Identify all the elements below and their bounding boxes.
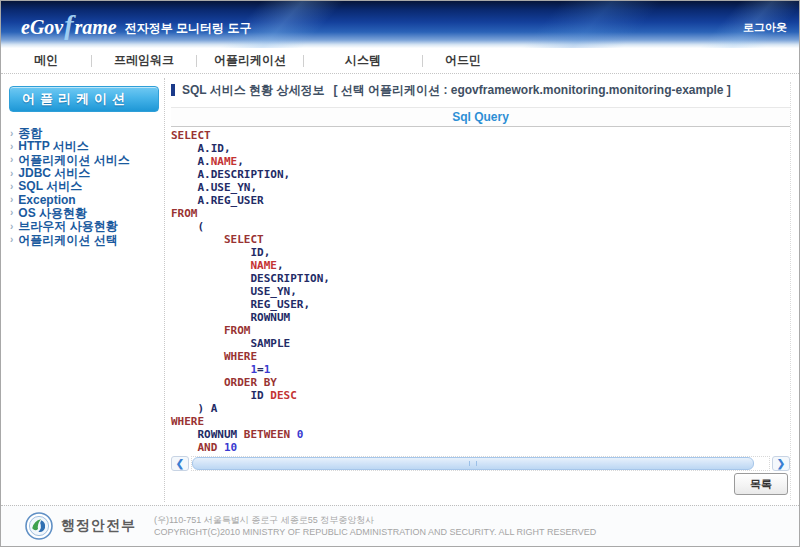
selected-application-label: [ 선택 어플리케이션 : egovframework.monitoring.m… [333,82,730,99]
horizontal-scrollbar: ❮ ❯ [171,456,790,471]
bullet-arrow-icon: › [10,155,13,165]
sql-token [171,363,250,376]
sql-token: ) A [171,402,217,415]
sql-token: USE_YN, [171,285,297,298]
sql-code-line: 1=1 [171,363,790,376]
nav-tab-5[interactable]: 어드민 [423,52,503,69]
sql-token: A.USE_YN, [171,181,257,194]
nav-tab-2[interactable]: 프레임워크 [92,52,196,69]
top-header: eGovframe 전자정부 모니터링 도구 로그아웃 [1,1,799,48]
sidebar-title[interactable]: 어플리케이션 [9,86,159,112]
sql-code-line: FROM [171,207,790,220]
sql-token: , [277,259,284,272]
sql-token: FROM [171,207,198,220]
sql-code-line: A.NAME, [171,155,790,168]
sql-token [171,324,224,337]
sql-code-line: REG_USER, [171,298,790,311]
scroll-left-icon[interactable]: ❮ [171,456,189,471]
sql-token [217,441,224,454]
logout-button[interactable]: 로그아웃 [743,20,787,35]
sidebar: 어플리케이션 ›종합›HTTP 서비스›어플리케이션 서비스›JDBC 서비스›… [9,86,159,247]
sql-code-line: ROWNUM BETWEEN 0 [171,428,790,441]
page-title: SQL 서비스 현황 상세정보 [182,82,324,99]
sql-token [171,233,224,246]
sql-token: NAME [250,259,277,272]
page-title-row: SQL 서비스 현황 상세정보 [ 선택 어플리케이션 : egovframew… [171,82,790,98]
nav-tab-4[interactable]: 시스템 [304,52,422,69]
nav-tab-1[interactable]: 메인 [1,52,91,69]
sql-token: SELECT [171,129,211,142]
sql-query-code: SELECT A.ID, A.NAME, A.DESCRIPTION, A.US… [171,129,790,454]
bullet-arrow-icon: › [10,129,13,139]
bullet-arrow-icon: › [10,208,13,218]
bullet-arrow-icon: › [10,235,13,245]
sql-token: ID [171,389,270,402]
sidebar-item-9[interactable]: ›어플리케이션 선택 [10,233,159,246]
footer-copyright: COPYRIGHT(C)2010 MINISTRY OF REPUBLIC AD… [154,526,596,538]
bullet-arrow-icon: › [10,169,13,179]
sql-token: A.ID, [171,142,231,155]
sql-token: SELECT [224,233,264,246]
sql-token: , [237,155,244,168]
logo-text-rame: rame [75,16,117,39]
content-area: 어플리케이션 ›종합›HTTP 서비스›어플리케이션 서비스›JDBC 서비스›… [1,74,799,504]
sql-token: A.REG_USER [171,194,264,207]
bullet-arrow-icon: › [10,182,13,192]
sql-token: DESCRIPTION, [171,272,330,285]
sql-code-line: A.USE_YN, [171,181,790,194]
sql-token: A. [171,155,211,168]
sql-code-line: AND 10 [171,441,790,454]
sql-code-line: FROM [171,324,790,337]
app-window: eGovframe 전자정부 모니터링 도구 로그아웃 메인프레임워크어플리케이… [0,0,800,547]
sql-token [171,350,224,363]
sql-token: ( [171,220,204,233]
sql-token: AND [198,441,218,454]
scroll-right-icon[interactable]: ❯ [772,456,790,471]
sql-code-line: USE_YN, [171,285,790,298]
sql-token [171,441,198,454]
sidebar-item-5[interactable]: ›SQL 서비스 [10,180,159,193]
sql-code-line: WHERE [171,350,790,363]
sql-token: 1 [264,363,271,376]
sql-token: BETWEEN [244,428,290,441]
sidebar-divider [164,78,165,502]
sql-token: = [257,363,264,376]
title-bar-icon [171,84,175,96]
sql-code-line: ( [171,220,790,233]
sql-token: WHERE [224,350,257,363]
sql-token: NAME [211,155,238,168]
sql-code-line: NAME, [171,259,790,272]
scrollbar-thumb[interactable] [192,457,754,470]
egovframe-logo[interactable]: eGovframe 전자정부 모니터링 도구 [21,9,251,41]
sql-token: 10 [224,441,237,454]
sql-code-line: WHERE [171,415,790,428]
ministry-name: 행정안전부 [61,517,136,535]
main-panel: SQL 서비스 현황 상세정보 [ 선택 어플리케이션 : egovframew… [171,82,791,500]
scrollbar-track[interactable] [191,456,770,471]
sql-code-line: ROWNUM [171,311,790,324]
sql-token: DESC [270,389,297,402]
footer-address: (우)110-751 서울특별시 종로구 세종로55 정부중앙청사 COPYRI… [154,514,596,538]
sql-code-line: SELECT [171,233,790,246]
scrollbar-grip [469,461,477,466]
sidebar-menu: ›종합›HTTP 서비스›어플리케이션 서비스›JDBC 서비스›SQL 서비스… [9,127,159,247]
sql-token: ROWNUM [171,428,244,441]
ministry-brand: 행정안전부 [25,512,136,540]
list-button[interactable]: 목록 [734,473,788,495]
sql-code-line: ORDER BY [171,376,790,389]
sql-token: ID, [171,246,270,259]
sql-token: FROM [224,324,251,337]
sql-token: ORDER BY [224,376,277,389]
footer: 행정안전부 (우)110-751 서울특별시 종로구 세종로55 정부중앙청사 … [1,505,799,546]
logo-text-egov: eGov [21,16,63,39]
main-nav: 메인프레임워크어플리케이션시스템어드민 [1,48,799,74]
bullet-arrow-icon: › [10,222,13,232]
sql-query-header-label: Sql Query [452,110,509,124]
sql-token: 0 [297,428,304,441]
sql-code-line: ) A [171,402,790,415]
sql-token: SAMPLE [171,337,290,350]
sql-query-header: Sql Query [171,107,790,127]
sql-code-line: A.DESCRIPTION, [171,168,790,181]
nav-tab-3[interactable]: 어플리케이션 [197,52,303,69]
sql-code-line: A.REG_USER [171,194,790,207]
